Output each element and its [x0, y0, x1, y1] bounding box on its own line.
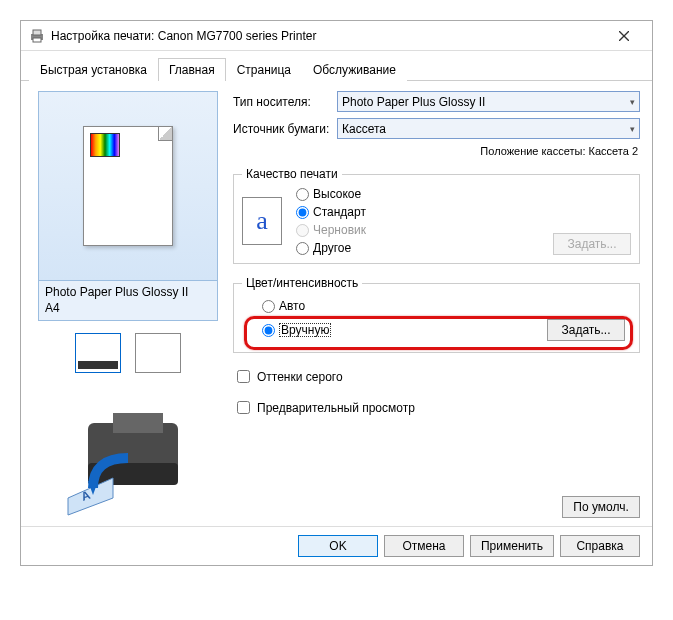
page-preview-box [38, 91, 218, 281]
cassette-position: Положение кассеты: Кассета 2 [233, 145, 640, 157]
grayscale-checkbox[interactable]: Оттенки серого [233, 367, 640, 386]
media-type-label: Тип носителя: [233, 95, 331, 109]
cancel-button[interactable]: Отмена [384, 535, 464, 557]
content-area: Photo Paper Plus Glossy II A4 A [21, 81, 652, 526]
quality-fieldset: Качество печати a Высокое Стандарт Черно… [233, 167, 640, 264]
titlebar: Настройка печати: Canon MG7700 series Pr… [21, 21, 652, 51]
paper-source-value: Кассета [342, 122, 386, 136]
quality-legend: Качество печати [242, 167, 342, 181]
quality-other-radio[interactable]: Другое [296, 241, 366, 255]
help-button[interactable]: Справка [560, 535, 640, 557]
page-preview [83, 126, 173, 246]
color-legend: Цвет/интенсивность [242, 276, 362, 290]
thumb-photo[interactable] [75, 333, 121, 373]
tab-maintenance[interactable]: Обслуживание [302, 58, 407, 81]
quality-draft-radio: Черновик [296, 223, 366, 237]
color-fieldset: Цвет/интенсивность Авто Вручную Задать..… [233, 276, 640, 353]
paper-source-row: Источник бумаги: Кассета ▾ [233, 118, 640, 139]
defaults-button[interactable]: По умолч. [562, 496, 640, 518]
output-thumbnails [75, 333, 181, 373]
tab-page[interactable]: Страница [226, 58, 302, 81]
preview-checkbox[interactable]: Предварительный просмотр [233, 398, 640, 417]
quality-set-button: Задать... [553, 233, 631, 255]
chevron-down-icon: ▾ [630, 97, 635, 107]
media-type-value: Photo Paper Plus Glossy II [342, 95, 485, 109]
printer-illustration: A [58, 403, 198, 518]
svg-rect-7 [113, 413, 163, 433]
color-manual-radio[interactable]: Вручную [262, 323, 331, 337]
close-icon [619, 31, 629, 41]
right-panel: Тип носителя: Photo Paper Plus Glossy II… [233, 91, 640, 518]
printer-icon [29, 28, 45, 44]
quality-preview-icon: a [242, 197, 282, 245]
tab-main[interactable]: Главная [158, 58, 226, 81]
tabs: Быстрая установка Главная Страница Обслу… [21, 53, 652, 81]
quality-standard-radio[interactable]: Стандарт [296, 205, 366, 219]
tab-quick-setup[interactable]: Быстрая установка [29, 58, 158, 81]
color-set-button[interactable]: Задать... [547, 319, 625, 341]
preview-size: A4 [45, 301, 211, 317]
svg-rect-2 [33, 38, 41, 42]
thumb-plain[interactable] [135, 333, 181, 373]
media-type-row: Тип носителя: Photo Paper Plus Glossy II… [233, 91, 640, 112]
apply-button[interactable]: Применить [470, 535, 554, 557]
ok-button[interactable]: OK [298, 535, 378, 557]
paper-source-combo[interactable]: Кассета ▾ [337, 118, 640, 139]
window-title: Настройка печати: Canon MG7700 series Pr… [51, 29, 604, 43]
preview-media: Photo Paper Plus Glossy II [45, 285, 211, 301]
print-settings-window: Настройка печати: Canon MG7700 series Pr… [20, 20, 653, 566]
footer-buttons: OK Отмена Применить Справка [21, 526, 652, 565]
left-panel: Photo Paper Plus Glossy II A4 A [33, 91, 223, 518]
paper-source-label: Источник бумаги: [233, 122, 331, 136]
close-button[interactable] [604, 22, 644, 50]
color-auto-radio[interactable]: Авто [262, 299, 305, 313]
media-type-combo[interactable]: Photo Paper Plus Glossy II ▾ [337, 91, 640, 112]
preview-label: Photo Paper Plus Glossy II A4 [38, 281, 218, 321]
chevron-down-icon: ▾ [630, 124, 635, 134]
quality-high-radio[interactable]: Высокое [296, 187, 366, 201]
svg-rect-1 [33, 30, 41, 35]
